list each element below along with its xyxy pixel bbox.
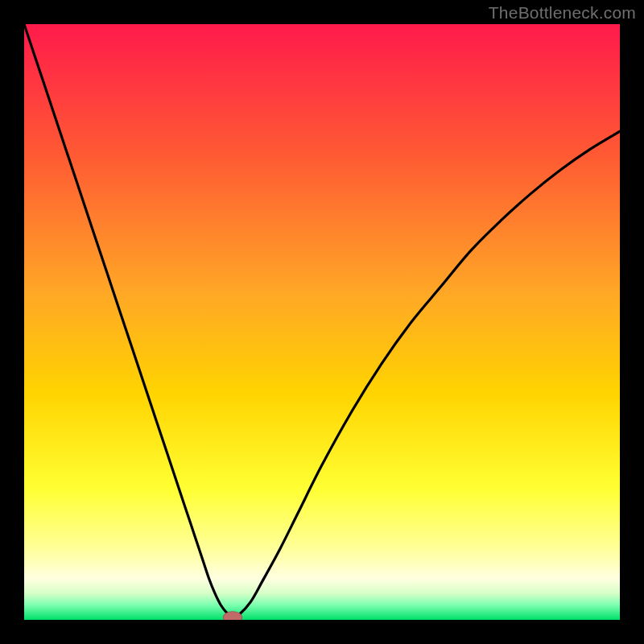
watermark-text: TheBottleneck.com	[489, 3, 636, 23]
bottleneck-chart	[24, 24, 620, 620]
gradient-background	[24, 24, 620, 620]
chart-frame: TheBottleneck.com	[0, 0, 644, 644]
plot-area	[24, 24, 620, 620]
